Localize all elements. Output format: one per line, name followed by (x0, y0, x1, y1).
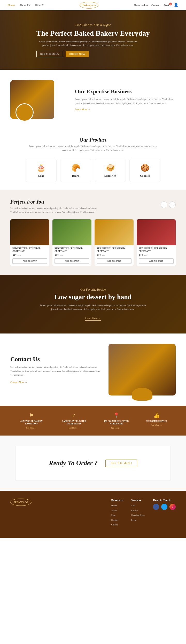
facebook-icon[interactable]: f (153, 504, 159, 510)
perfect-description: Lorem ipsum dolor sit amet, consectetur … (10, 206, 98, 214)
hero-description: Lorem ipsum dolor sit amet, consectetur … (36, 40, 140, 47)
nav-home[interactable]: Home (8, 4, 15, 7)
contact-image (109, 344, 176, 395)
product-card-bread[interactable]: 🥐 Beard (60, 159, 91, 182)
stat-label-2: CAREFULLY SELECTED INGREDIENTS (61, 420, 87, 425)
cookies-icon: 🍪 (141, 164, 150, 172)
twitter-icon[interactable]: t (161, 504, 167, 510)
add-cart-button-4[interactable]: ADD TO CART (139, 258, 174, 264)
stat-more-2[interactable]: See More → (69, 427, 79, 429)
nav-reservation[interactable]: Reservation (134, 4, 148, 7)
product-card-sandwich[interactable]: 🥪 Sandwich (95, 159, 126, 182)
product-item-1: RED FRUIT FILLET SEEDED CROISSANT $12 /b… (10, 219, 49, 266)
product-item-2: RED FRUIT FILLET SEEDED CROISSANT $12 /b… (52, 219, 91, 266)
bread-icon: 🥐 (71, 164, 80, 172)
navbar: Home About Us Other ▾ Bakery.co Reservat… (0, 0, 186, 10)
stat-label-4: CUSTOMER SERVICE (146, 420, 167, 423)
stat-item-1: ⚑ 40 YEARS OF BAKERY KNOW-HOW See More → (19, 412, 44, 429)
contact-heading: Contact Us (10, 356, 101, 363)
nav-other[interactable]: Other ▾ (35, 3, 44, 7)
cookies-label: Cookies (140, 174, 150, 177)
footer: Bakery.co Bakery.co Home About Shop Cont… (0, 491, 186, 538)
footer-social-links: f t i (153, 504, 176, 510)
carousel-prev-button[interactable]: ← (161, 201, 167, 208)
hero-section: Low Calories, Fats & Sugar The Perfect B… (0, 10, 186, 70)
sandwich-label: Sandwich (104, 174, 116, 177)
instagram-icon[interactable]: i (169, 504, 176, 510)
footer-link-contact[interactable]: Contact (111, 518, 123, 522)
footer-link-gallery[interactable]: Gallery (111, 523, 123, 526)
cart-badge: 0 (169, 3, 172, 5)
nav-about[interactable]: About Us (19, 4, 30, 7)
footer-link-cafe[interactable]: Cafe (131, 504, 145, 507)
ready-order-wrapper: Ready To Order ? SEE THE MENU (0, 436, 186, 491)
expertise-heading: Our Expertise Business (75, 88, 176, 95)
footer-brand: Bakery.co (10, 499, 104, 527)
product-name-3: RED FRUIT FILLET SEEDED CROISSANT (97, 247, 131, 253)
perfect-section: Perfect For You Lorem ipsum dolor sit am… (0, 190, 186, 275)
nav-logo[interactable]: Bakery.co (80, 2, 99, 9)
product-name-4: RED FRUIT FILLET SEEDED CROISSANT (139, 247, 174, 253)
ready-title: Ready To Order ? (49, 459, 98, 467)
footer-link-home[interactable]: Home (111, 504, 123, 507)
footer-col-heading-1: Bakery.co (111, 499, 123, 502)
bread-label: Beard (72, 174, 80, 177)
sandwich-icon: 🥪 (106, 164, 115, 172)
products-section: Our Product Lorem ipsum dolor sit amet, … (0, 129, 186, 190)
expertise-description: Lorem ipsum dolor sit amet, consectetur … (75, 97, 176, 105)
products-description: Lorem ipsum dolor sit amet, consectetur … (28, 144, 158, 152)
hero-buttons: SEE THE MENU ORDER NOW (36, 51, 150, 57)
product-price-3: $12 /box (97, 254, 131, 257)
order-now-button[interactable]: ORDER NOW (66, 51, 89, 57)
expertise-cookie-image (16, 103, 34, 121)
footer-link-catering[interactable]: Catering Space (131, 513, 145, 517)
add-cart-button-1[interactable]: ADD TO CART (12, 258, 47, 264)
product-info-4: RED FRUIT FILLET SEEDED CROISSANT $12 /b… (137, 245, 176, 266)
product-image-3 (95, 219, 134, 245)
nav-contact[interactable]: Contact (151, 4, 160, 7)
stat-more-3[interactable]: See More → (111, 427, 122, 429)
recipe-label: Our Favorite Recipe (10, 288, 176, 292)
footer-link-about[interactable]: About (111, 509, 123, 512)
product-name-1: RED FRUIT FILLET SEEDED CROISSANT (12, 247, 47, 253)
product-name-2: RED FRUIT FILLET SEEDED CROISSANT (55, 247, 89, 253)
expertise-learn-more[interactable]: Learn More → (75, 108, 176, 111)
product-card-cake[interactable]: 🎂 Cake (26, 159, 57, 182)
see-menu-button[interactable]: SEE THE MENU (36, 51, 63, 57)
stat-more-1[interactable]: See More → (26, 427, 37, 429)
cake-icon: 🎂 (37, 164, 46, 172)
stats-section: ⚑ 40 YEARS OF BAKERY KNOW-HOW See More →… (0, 406, 186, 436)
recipe-description: Lorem ipsum dolor sit amet, consectetur … (39, 304, 147, 312)
nav-right: Reservation Contact $0.00 0 👤 (134, 3, 178, 7)
product-image-1 (10, 219, 49, 245)
nav-user-icon[interactable]: 👤 (174, 3, 178, 7)
location-icon: 📍 (113, 412, 120, 418)
product-grid: RED FRUIT FILLET SEEDED CROISSANT $12 /b… (10, 219, 176, 266)
footer-link-bakery[interactable]: Bakery (131, 509, 145, 512)
expertise-section: Our Expertise Business Lorem ipsum dolor… (0, 70, 186, 129)
contact-description: Lorem ipsum dolor sit amet, consectetur … (10, 365, 101, 377)
ready-see-menu-button[interactable]: SEE THE MENU (105, 460, 137, 467)
product-cards: 🎂 Cake 🥐 Beard 🥪 Sandwich 🍪 Cookies (10, 159, 176, 182)
footer-link-event[interactable]: Event (131, 518, 145, 522)
footer-col-bakery: Bakery.co Home About Shop Contact Galler… (111, 499, 123, 527)
contact-now-link[interactable]: Contact Now → (10, 381, 101, 384)
recipe-learn-more[interactable]: Learn More → (85, 317, 101, 321)
product-info-1: RED FRUIT FILLET SEEDED CROISSANT $12 /b… (10, 245, 49, 266)
stat-more-4[interactable]: See More → (151, 424, 162, 426)
add-cart-button-2[interactable]: ADD TO CART (55, 258, 89, 264)
add-cart-button-3[interactable]: ADD TO CART (97, 258, 131, 264)
stat-item-3: 📍 150 COUNTRIES SERVED WORLDWIDE See Mor… (103, 412, 129, 429)
product-price-2: $12 /box (55, 254, 89, 257)
stat-item-4: 👍 CUSTOMER SERVICE See More → (146, 412, 167, 429)
thumbsup-icon: 👍 (153, 412, 160, 418)
product-price-1: $12 /box (12, 254, 47, 257)
carousel-next-button[interactable]: → (169, 201, 176, 208)
expertise-text: Our Expertise Business Lorem ipsum dolor… (75, 88, 176, 111)
footer-col-services: Services Cafe Bakery Catering Space Even… (131, 499, 145, 527)
footer-link-shop[interactable]: Shop (111, 513, 123, 517)
nav-cart[interactable]: $0.00 0 (164, 4, 170, 7)
ready-order-section: Ready To Order ? SEE THE MENU (16, 446, 171, 480)
product-item-3: RED FRUIT FILLET SEEDED CROISSANT $12 /b… (95, 219, 134, 266)
product-card-cookies[interactable]: 🍪 Cookies (129, 159, 160, 182)
